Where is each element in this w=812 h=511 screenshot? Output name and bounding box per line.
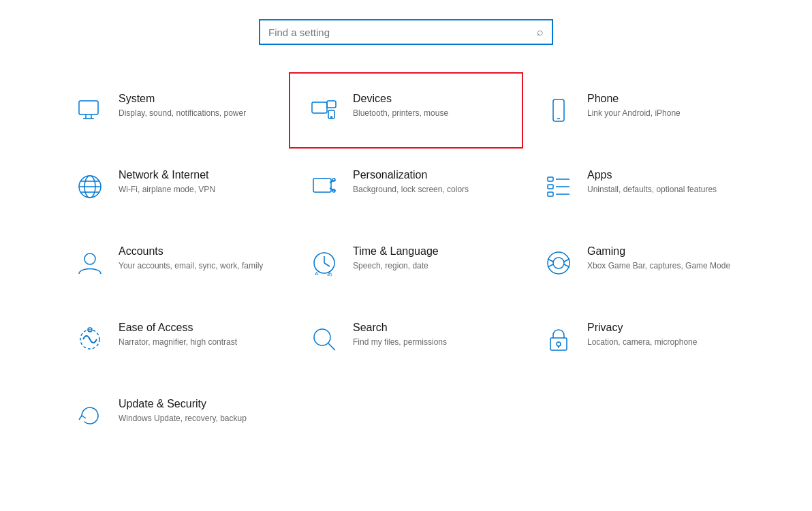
setting-desc-personalization: Background, lock screen, colors (353, 184, 469, 196)
search-icon: ⌕ (537, 26, 544, 38)
setting-item-time[interactable]: A あ Time & Language Speech, region, date (289, 225, 523, 301)
svg-point-19 (332, 189, 335, 192)
setting-text-system: System Display, sound, notifications, po… (119, 93, 246, 119)
setting-desc-update: Windows Update, recovery, backup (119, 413, 247, 424)
setting-item-personalization[interactable]: Personalization Background, lock screen,… (289, 149, 523, 225)
setting-text-phone: Phone Link your Android, iPhone (587, 93, 681, 119)
setting-text-devices: Devices Bluetooth, printers, mouse (353, 93, 448, 119)
apps-icon (541, 169, 576, 204)
setting-title-devices: Devices (353, 93, 448, 105)
svg-point-32 (548, 252, 569, 274)
setting-item-accounts[interactable]: Accounts Your accounts, email, sync, wor… (54, 225, 289, 301)
setting-text-personalization: Personalization Background, lock screen,… (353, 169, 469, 196)
search-container: ⌕ (0, 0, 812, 59)
setting-title-update: Update & Security (119, 398, 247, 410)
svg-line-29 (324, 263, 330, 266)
search-icon (307, 322, 342, 357)
setting-item-search[interactable]: Search Find my files, permissions (289, 301, 523, 377)
search-input[interactable] (268, 27, 537, 38)
setting-title-privacy: Privacy (587, 322, 697, 334)
setting-title-system: System (119, 93, 246, 105)
setting-item-phone[interactable]: Phone Link your Android, iPhone (523, 72, 758, 149)
svg-rect-24 (548, 192, 553, 196)
svg-point-26 (84, 253, 95, 264)
gaming-icon (541, 245, 576, 281)
setting-item-privacy[interactable]: Privacy Location, camera, microphone (523, 301, 758, 377)
setting-title-personalization: Personalization (353, 169, 469, 181)
svg-rect-15 (313, 179, 331, 192)
svg-point-43 (557, 342, 561, 346)
svg-rect-8 (553, 99, 564, 121)
svg-point-33 (553, 258, 564, 268)
setting-text-accounts: Accounts Your accounts, email, sync, wor… (119, 245, 263, 272)
setting-item-gaming[interactable]: Gaming Xbox Game Bar, captures, Game Mod… (523, 225, 758, 301)
setting-desc-devices: Bluetooth, printers, mouse (353, 108, 448, 119)
update-icon (72, 398, 108, 433)
setting-text-update: Update & Security Windows Update, recove… (119, 398, 247, 424)
setting-desc-accounts: Your accounts, email, sync, work, family (119, 260, 263, 272)
personalization-icon (307, 169, 342, 204)
setting-desc-time: Speech, region, date (353, 260, 439, 272)
svg-line-41 (328, 343, 335, 350)
setting-desc-network: Wi-Fi, airplane mode, VPN (119, 184, 215, 196)
search-box: ⌕ (259, 19, 553, 45)
svg-point-7 (331, 117, 332, 118)
setting-text-search: Search Find my files, permissions (353, 322, 447, 348)
setting-title-time: Time & Language (353, 245, 439, 258)
setting-desc-phone: Link your Android, iPhone (587, 108, 681, 119)
setting-desc-system: Display, sound, notifications, power (119, 108, 246, 119)
time-icon: A あ (307, 245, 342, 281)
setting-title-gaming: Gaming (587, 245, 730, 258)
svg-rect-5 (327, 101, 336, 108)
setting-title-network: Network & Internet (119, 169, 215, 181)
setting-item-network[interactable]: Network & Internet Wi-Fi, airplane mode,… (54, 149, 289, 225)
setting-desc-search: Find my files, permissions (353, 337, 447, 348)
setting-title-accounts: Accounts (119, 245, 263, 258)
settings-grid: System Display, sound, notifications, po… (0, 59, 812, 467)
setting-item-update[interactable]: Update & Security Windows Update, recove… (54, 377, 289, 454)
setting-text-time: Time & Language Speech, region, date (353, 245, 439, 272)
setting-title-ease: Ease of Access (119, 322, 237, 334)
svg-point-40 (314, 329, 330, 345)
svg-rect-6 (328, 110, 334, 119)
ease-icon (72, 322, 108, 357)
setting-title-phone: Phone (587, 93, 681, 105)
system-icon (72, 93, 108, 128)
devices-icon (307, 93, 342, 128)
setting-text-apps: Apps Uninstall, defaults, optional featu… (587, 169, 717, 196)
setting-item-system[interactable]: System Display, sound, notifications, po… (54, 72, 289, 149)
setting-item-devices[interactable]: Devices Bluetooth, printers, mouse (289, 72, 523, 149)
setting-item-apps[interactable]: Apps Uninstall, defaults, optional featu… (523, 149, 758, 225)
setting-title-search: Search (353, 322, 447, 334)
setting-item-ease[interactable]: Ease of Access Narrator, magnifier, high… (54, 301, 289, 377)
network-icon (72, 169, 108, 204)
setting-desc-gaming: Xbox Game Bar, captures, Game Mode (587, 260, 730, 272)
phone-icon (541, 93, 576, 128)
setting-text-privacy: Privacy Location, camera, microphone (587, 322, 697, 348)
setting-text-ease: Ease of Access Narrator, magnifier, high… (119, 322, 237, 348)
setting-desc-ease: Narrator, magnifier, high contrast (119, 337, 237, 348)
privacy-icon (541, 322, 576, 357)
svg-point-18 (332, 179, 335, 181)
setting-desc-apps: Uninstall, defaults, optional features (587, 184, 717, 196)
setting-desc-privacy: Location, camera, microphone (587, 337, 697, 348)
accounts-icon (72, 245, 108, 281)
svg-rect-20 (548, 177, 553, 181)
svg-text:あ: あ (327, 270, 332, 277)
setting-text-gaming: Gaming Xbox Game Bar, captures, Game Mod… (587, 245, 730, 272)
setting-text-network: Network & Internet Wi-Fi, airplane mode,… (119, 169, 215, 196)
svg-rect-42 (550, 338, 567, 350)
setting-title-apps: Apps (587, 169, 717, 181)
svg-text:A: A (315, 270, 319, 277)
svg-rect-4 (312, 102, 327, 113)
svg-rect-0 (79, 101, 98, 114)
svg-rect-22 (548, 185, 553, 189)
